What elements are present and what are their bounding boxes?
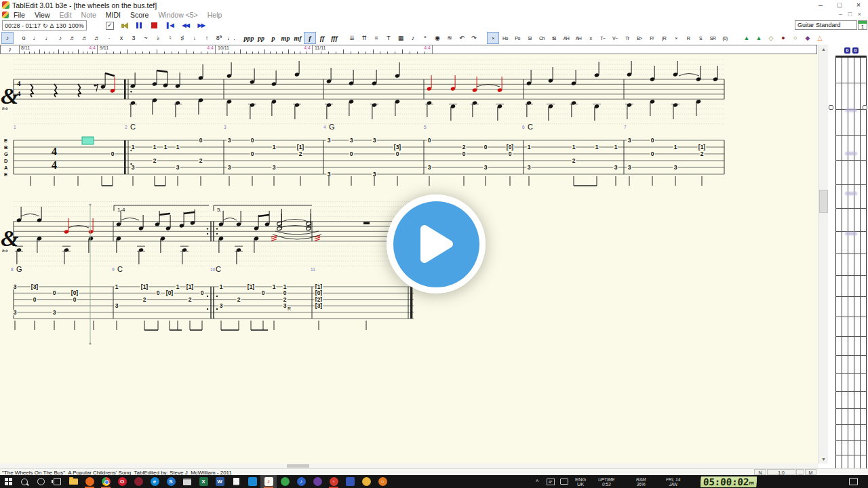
remove-note[interactable]: ⇈ <box>358 32 370 44</box>
stop-button[interactable] <box>148 21 161 30</box>
fx-artificial-harmonic[interactable]: AH <box>560 32 572 44</box>
fx-dead[interactable]: × <box>670 32 682 44</box>
menu-note[interactable]: Note <box>77 10 101 20</box>
mdi-close-button[interactable]: × <box>855 11 864 19</box>
taskbar-chrome-icon[interactable] <box>98 475 114 488</box>
tray-language-indicator[interactable]: ENGUK <box>575 475 586 488</box>
eighth-note[interactable]: ♪ <box>54 32 66 44</box>
taskbar-cortana-icon[interactable] <box>33 475 49 488</box>
tie[interactable]: ~ <box>140 32 152 44</box>
ruler-section-10-11[interactable]: 10/114:4 <box>216 45 313 54</box>
taskbar-magnifier-app-icon[interactable]: ○ <box>374 475 391 488</box>
undo[interactable]: ↶ <box>456 32 468 44</box>
marker-orange-triangle[interactable]: △ <box>814 32 826 44</box>
tray-expand-caret[interactable]: ^ <box>536 475 538 488</box>
taskbar-skype-icon[interactable]: S <box>163 475 179 488</box>
shift-up[interactable]: ↑ <box>201 32 213 44</box>
fx-mute[interactable]: × <box>487 32 499 44</box>
taskbar-word-icon[interactable]: W <box>212 475 228 488</box>
ruler-section-8-11[interactable]: 8/114:4 <box>20 45 98 54</box>
menu-view[interactable]: View <box>30 10 55 20</box>
dotted-note[interactable]: · <box>103 32 115 44</box>
dynamic-ppp[interactable]: ppp <box>243 32 255 44</box>
taskbar-tabledit-icon[interactable]: ♪ <box>260 475 277 488</box>
taskbar-app-green-icon[interactable] <box>277 475 293 488</box>
marker-olive-diamond[interactable]: ◇ <box>765 32 777 44</box>
target-tool[interactable]: ◉ <box>431 32 443 44</box>
dynamic-ff[interactable]: ff <box>316 32 328 44</box>
dynamic-pp[interactable]: pp <box>255 32 267 44</box>
rewind-button[interactable]: ◀◀ <box>179 21 193 30</box>
ruler-section-9-11[interactable]: 9/114:4 <box>98 45 216 54</box>
horizontal-scroll-thumb[interactable] <box>287 464 309 468</box>
insert-note[interactable]: ⇊ <box>346 32 358 44</box>
dynamic-p[interactable]: p <box>267 32 279 44</box>
dynamic-fff[interactable]: fff <box>328 32 340 44</box>
fx-slap[interactable]: S <box>694 32 707 44</box>
marker-green-up2[interactable]: ▲ <box>753 32 765 44</box>
taskbar-edge-icon[interactable]: e <box>146 475 163 488</box>
triplet[interactable]: 3 <box>127 32 140 44</box>
taskbar-mail-icon[interactable] <box>179 475 195 488</box>
sixteenth-note[interactable]: ♬ <box>66 32 79 44</box>
fx-tremolo[interactable]: T~ <box>597 32 609 44</box>
menu-edit[interactable]: Edit <box>55 10 77 20</box>
taskbar-app-yellow-icon[interactable] <box>358 475 374 488</box>
taskbar-app-blue-icon[interactable] <box>342 475 358 488</box>
metronome-icon[interactable]: Δ <box>50 22 54 29</box>
natural[interactable]: ♮ <box>164 32 176 44</box>
fx-trill[interactable]: Tr <box>621 32 633 44</box>
close-button[interactable]: × <box>849 0 868 10</box>
horizontal-scrollbar[interactable] <box>0 464 818 468</box>
note-tool[interactable]: ♪ <box>407 32 419 44</box>
tray-weather-badge[interactable]: 4° <box>547 475 555 488</box>
shift-down[interactable]: ↓ <box>189 32 201 44</box>
fx-choke[interactable]: Ch <box>536 32 548 44</box>
mdi-restore-button[interactable]: □ <box>846 11 854 19</box>
vertical-scroll-thumb[interactable] <box>819 190 828 213</box>
open-string-marker[interactable]: 0 <box>844 47 850 54</box>
taskbar-screen-recorder-icon[interactable]: ◦ <box>326 475 342 488</box>
scroll-up-arrow[interactable]: ▲ <box>819 45 828 54</box>
menu-score[interactable]: Score <box>125 10 153 20</box>
sixtyfourth-note[interactable]: ♬ <box>91 32 103 44</box>
fretboard-panel[interactable]: 00 <box>828 31 868 475</box>
taskbar-music-app-icon[interactable]: ♪ <box>293 475 309 488</box>
menu-help[interactable]: Help <box>203 10 227 20</box>
minimize-button[interactable]: – <box>811 0 830 10</box>
special-tool[interactable]: * <box>419 32 431 44</box>
text-tool[interactable]: T <box>382 32 395 44</box>
fx-tremolo-bar[interactable]: tB <box>548 32 560 44</box>
ruler-section-11-11[interactable]: 11/114:4 <box>313 45 433 54</box>
fx-hammer-on[interactable]: Ho <box>499 32 511 44</box>
taskbar-start-icon[interactable] <box>0 475 16 488</box>
dynamic-mp[interactable]: mp <box>279 32 292 44</box>
redo[interactable]: ↷ <box>468 32 480 44</box>
edit-mode[interactable]: ♪ <box>1 32 14 44</box>
fx-slap-roll[interactable]: SR <box>707 32 719 44</box>
wave-tool[interactable]: ≋ <box>443 32 456 44</box>
instrument-spinner[interactable]: 1 <box>858 20 867 30</box>
fx-ghost[interactable]: x <box>585 32 597 44</box>
speaker-icon[interactable] <box>121 22 130 30</box>
marker-purple-diamond[interactable]: ◆ <box>802 32 814 44</box>
taskbar-opera-icon[interactable]: O <box>114 475 130 488</box>
scroll-down-arrow[interactable]: ▼ <box>819 455 828 464</box>
marker-green-up[interactable]: ▲ <box>741 32 753 44</box>
open-string-marker[interactable]: 0 <box>852 47 859 54</box>
taskbar-app-purple-icon[interactable] <box>309 475 326 488</box>
tray-display-icon[interactable] <box>560 475 568 488</box>
menu-midi[interactable]: MIDI <box>101 10 125 20</box>
marker-olive-circle[interactable]: ○ <box>789 32 802 44</box>
dynamic-mf[interactable]: mf <box>292 32 304 44</box>
taskbar-photos-icon[interactable] <box>244 475 260 488</box>
grid-tool[interactable]: ▦ <box>395 32 407 44</box>
quarter-note[interactable]: ♩ <box>42 32 54 44</box>
measure-ruler[interactable]: ♪8/114:49/114:410/114:411/114:4 <box>0 45 817 54</box>
dotted-quarter[interactable]: ♩. <box>225 32 237 44</box>
taskbar-file-explorer-icon[interactable] <box>65 475 81 488</box>
taskbar-document-icon[interactable] <box>228 475 244 488</box>
taskbar-excel-icon[interactable]: X <box>195 475 212 488</box>
sharp[interactable]: ♯ <box>176 32 189 44</box>
pause-button[interactable] <box>132 21 146 30</box>
